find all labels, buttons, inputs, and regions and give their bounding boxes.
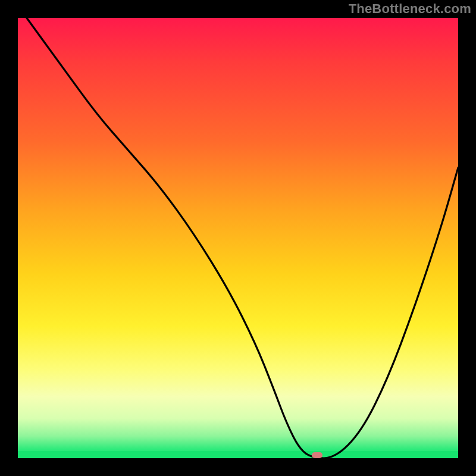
curve-svg xyxy=(18,18,458,458)
bottleneck-curve-path xyxy=(27,18,458,458)
plot-area xyxy=(18,18,458,458)
chart-frame: TheBottleneck.com xyxy=(0,0,476,476)
watermark-text: TheBottleneck.com xyxy=(349,1,471,17)
optimal-marker xyxy=(312,452,322,458)
